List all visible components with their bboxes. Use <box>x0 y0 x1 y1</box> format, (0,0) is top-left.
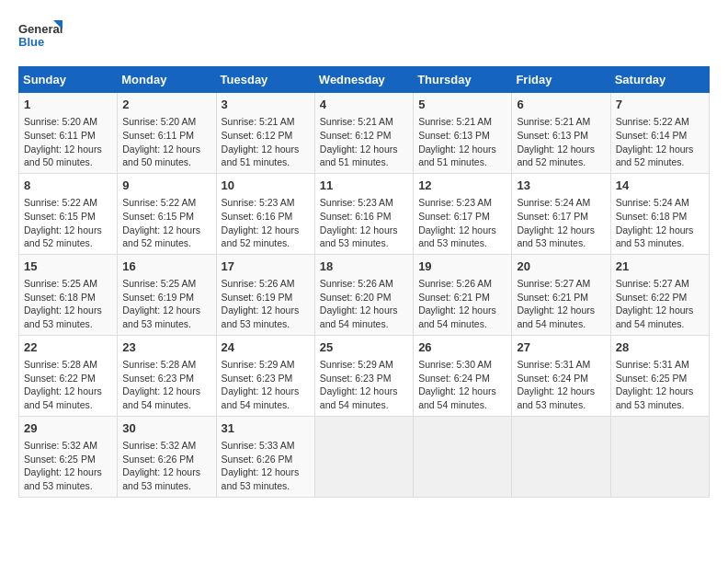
calendar-cell: 7Sunrise: 5:22 AMSunset: 6:14 PMDaylight… <box>610 93 709 174</box>
day-info-line: Sunrise: 5:20 AM <box>24 115 112 129</box>
day-info-line: Daylight: 12 hours <box>222 304 310 317</box>
day-info-line: Sunset: 6:14 PM <box>616 129 704 143</box>
day-info-line: and 53 minutes. <box>616 236 704 250</box>
calendar-cell: 23Sunrise: 5:28 AMSunset: 6:23 PMDayligh… <box>118 335 216 416</box>
day-info-line: Daylight: 12 hours <box>320 385 408 398</box>
day-info-line: and 53 minutes. <box>222 479 310 493</box>
logo-svg: General Blue <box>18 18 64 57</box>
day-info-line: Sunset: 6:17 PM <box>517 210 605 224</box>
day-number: 31 <box>222 420 310 437</box>
day-number: 15 <box>24 259 112 275</box>
day-info-line: Daylight: 12 hours <box>222 143 310 156</box>
day-info-line: Sunset: 6:26 PM <box>222 453 310 466</box>
day-info-line: Sunset: 6:15 PM <box>122 210 210 224</box>
day-info-line: Daylight: 12 hours <box>616 304 704 317</box>
day-info-line: and 53 minutes. <box>122 479 210 493</box>
day-info-line: and 54 minutes. <box>24 398 112 412</box>
day-info-line: Sunrise: 5:26 AM <box>222 277 310 291</box>
day-info-line: Daylight: 12 hours <box>24 143 112 156</box>
day-info-line: Sunset: 6:23 PM <box>222 372 310 385</box>
day-number: 11 <box>320 178 408 194</box>
day-info-line: Sunset: 6:19 PM <box>122 291 210 304</box>
calendar-cell <box>414 416 512 497</box>
day-info-line: and 51 minutes. <box>222 155 310 169</box>
calendar-cell: 30Sunrise: 5:32 AMSunset: 6:26 PMDayligh… <box>118 416 216 497</box>
svg-text:General: General <box>18 22 63 36</box>
day-info-line: Daylight: 12 hours <box>24 224 112 237</box>
day-info-line: Daylight: 12 hours <box>517 304 605 317</box>
day-info-line: and 53 minutes. <box>616 398 704 412</box>
day-info-line: Sunrise: 5:29 AM <box>222 358 310 372</box>
day-number: 23 <box>122 339 210 356</box>
day-info-line: and 54 minutes. <box>320 317 408 331</box>
day-info-line: Daylight: 12 hours <box>517 143 605 156</box>
day-info-line: Sunset: 6:22 PM <box>616 291 704 304</box>
day-number: 28 <box>616 339 704 356</box>
calendar-cell: 3Sunrise: 5:21 AMSunset: 6:12 PMDaylight… <box>216 93 314 174</box>
day-number: 1 <box>24 97 112 113</box>
day-info-line: Daylight: 12 hours <box>24 465 112 479</box>
day-number: 16 <box>122 259 210 275</box>
day-info-line: Sunset: 6:21 PM <box>517 291 605 304</box>
calendar-cell: 15Sunrise: 5:25 AMSunset: 6:18 PMDayligh… <box>19 254 118 335</box>
calendar-cell: 17Sunrise: 5:26 AMSunset: 6:19 PMDayligh… <box>216 254 314 335</box>
day-info-line: and 52 minutes. <box>517 155 605 169</box>
calendar-cell: 27Sunrise: 5:31 AMSunset: 6:24 PMDayligh… <box>512 335 610 416</box>
calendar-cell: 5Sunrise: 5:21 AMSunset: 6:13 PMDaylight… <box>414 93 512 174</box>
column-header-monday: Monday <box>118 67 216 93</box>
day-info-line: Daylight: 12 hours <box>24 385 112 398</box>
day-info-line: and 52 minutes. <box>122 236 210 250</box>
day-info-line: Sunset: 6:12 PM <box>222 129 310 143</box>
day-info-line: Daylight: 12 hours <box>122 465 210 479</box>
day-info-line: and 52 minutes. <box>222 236 310 250</box>
day-number: 27 <box>517 339 605 356</box>
column-header-sunday: Sunday <box>19 67 118 93</box>
day-info-line: and 52 minutes. <box>616 155 704 169</box>
day-info-line: and 54 minutes. <box>320 398 408 412</box>
day-number: 29 <box>24 420 112 437</box>
day-info-line: Daylight: 12 hours <box>418 143 506 156</box>
day-info-line: Daylight: 12 hours <box>320 224 408 237</box>
day-info-line: Sunrise: 5:31 AM <box>517 358 605 372</box>
day-info-line: and 54 minutes. <box>222 398 310 412</box>
day-info-line: Sunrise: 5:25 AM <box>122 277 210 291</box>
day-number: 19 <box>418 259 506 275</box>
day-number: 26 <box>418 339 506 356</box>
day-info-line: Sunset: 6:11 PM <box>122 129 210 143</box>
day-info-line: Sunset: 6:22 PM <box>24 372 112 385</box>
calendar-cell: 19Sunrise: 5:26 AMSunset: 6:21 PMDayligh… <box>414 254 512 335</box>
day-info-line: Sunrise: 5:23 AM <box>320 196 408 210</box>
day-info-line: Sunrise: 5:22 AM <box>616 115 704 129</box>
day-info-line: and 50 minutes. <box>24 155 112 169</box>
day-info-line: Sunrise: 5:21 AM <box>222 115 310 129</box>
day-info-line: and 53 minutes. <box>517 398 605 412</box>
day-info-line: and 54 minutes. <box>517 317 605 331</box>
day-info-line: Daylight: 12 hours <box>616 143 704 156</box>
day-info-line: Sunset: 6:25 PM <box>616 372 704 385</box>
day-number: 6 <box>517 97 605 113</box>
day-info-line: Sunset: 6:23 PM <box>320 372 408 385</box>
day-info-line: Sunset: 6:12 PM <box>320 129 408 143</box>
day-number: 9 <box>122 178 210 194</box>
day-number: 3 <box>222 97 310 113</box>
calendar-cell: 2Sunrise: 5:20 AMSunset: 6:11 PMDaylight… <box>118 93 216 174</box>
column-header-saturday: Saturday <box>610 67 709 93</box>
logo: General Blue <box>18 18 64 57</box>
day-info-line: Sunset: 6:19 PM <box>222 291 310 304</box>
calendar-cell: 20Sunrise: 5:27 AMSunset: 6:21 PMDayligh… <box>512 254 610 335</box>
day-info-line: Sunset: 6:15 PM <box>24 210 112 224</box>
day-info-line: Sunrise: 5:23 AM <box>418 196 506 210</box>
day-info-line: Sunrise: 5:32 AM <box>24 439 112 453</box>
calendar-cell: 11Sunrise: 5:23 AMSunset: 6:16 PMDayligh… <box>314 173 413 254</box>
day-info-line: Daylight: 12 hours <box>517 224 605 237</box>
day-info-line: Sunrise: 5:21 AM <box>418 115 506 129</box>
day-number: 7 <box>616 97 704 113</box>
day-number: 24 <box>222 339 310 356</box>
day-info-line: and 51 minutes. <box>320 155 408 169</box>
day-info-line: Sunrise: 5:22 AM <box>122 196 210 210</box>
day-number: 5 <box>418 97 506 113</box>
day-info-line: Sunset: 6:20 PM <box>320 291 408 304</box>
column-header-friday: Friday <box>512 67 610 93</box>
day-info-line: Sunset: 6:21 PM <box>418 291 506 304</box>
day-info-line: and 54 minutes. <box>122 398 210 412</box>
